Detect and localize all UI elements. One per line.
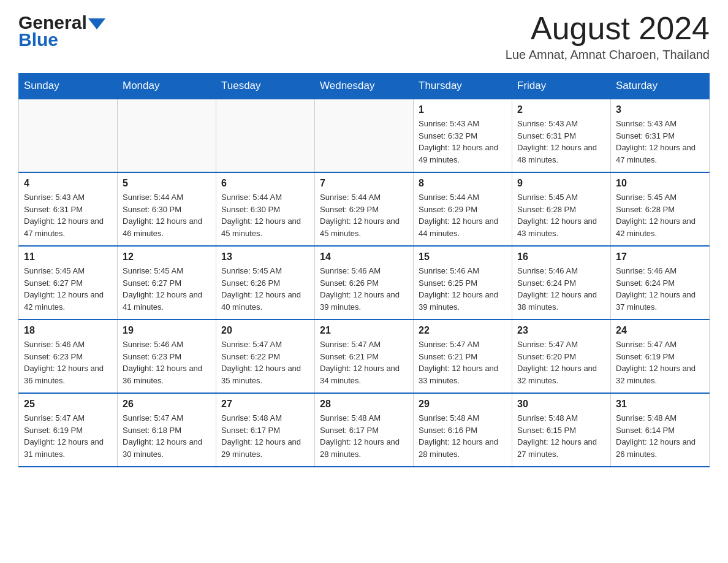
calendar-cell: 3Sunrise: 5:43 AM Sunset: 6:31 PM Daylig… — [611, 99, 710, 172]
day-info: Sunrise: 5:43 AM Sunset: 6:32 PM Dayligh… — [419, 118, 507, 166]
day-info: Sunrise: 5:44 AM Sunset: 6:29 PM Dayligh… — [320, 191, 408, 239]
day-number: 9 — [517, 178, 605, 189]
day-of-week-header: Friday — [512, 74, 611, 99]
calendar-week-row: 1Sunrise: 5:43 AM Sunset: 6:32 PM Daylig… — [19, 99, 710, 172]
day-number: 30 — [517, 399, 605, 410]
day-info: Sunrise: 5:48 AM Sunset: 6:17 PM Dayligh… — [221, 412, 309, 460]
calendar-cell: 11Sunrise: 5:45 AM Sunset: 6:27 PM Dayli… — [19, 246, 118, 320]
day-info: Sunrise: 5:47 AM Sunset: 6:21 PM Dayligh… — [320, 339, 408, 386]
day-info: Sunrise: 5:44 AM Sunset: 6:29 PM Dayligh… — [419, 191, 507, 239]
day-number: 20 — [221, 325, 309, 336]
calendar-cell: 26Sunrise: 5:47 AM Sunset: 6:18 PM Dayli… — [118, 393, 216, 467]
day-of-week-header: Monday — [118, 74, 216, 99]
calendar-cell: 5Sunrise: 5:44 AM Sunset: 6:30 PM Daylig… — [118, 172, 216, 246]
calendar-cell: 31Sunrise: 5:48 AM Sunset: 6:14 PM Dayli… — [611, 393, 710, 467]
day-number: 17 — [616, 251, 704, 262]
day-number: 4 — [24, 178, 112, 189]
calendar-cell — [315, 99, 414, 172]
day-number: 29 — [419, 399, 507, 410]
calendar-cell: 6Sunrise: 5:44 AM Sunset: 6:30 PM Daylig… — [216, 172, 315, 246]
day-info: Sunrise: 5:48 AM Sunset: 6:17 PM Dayligh… — [320, 412, 408, 460]
day-number: 7 — [320, 178, 408, 189]
calendar-cell: 8Sunrise: 5:44 AM Sunset: 6:29 PM Daylig… — [414, 172, 512, 246]
calendar-week-row: 25Sunrise: 5:47 AM Sunset: 6:19 PM Dayli… — [19, 393, 710, 467]
day-info: Sunrise: 5:44 AM Sunset: 6:30 PM Dayligh… — [123, 191, 211, 239]
day-info: Sunrise: 5:45 AM Sunset: 6:28 PM Dayligh… — [616, 191, 704, 239]
calendar-week-row: 18Sunrise: 5:46 AM Sunset: 6:23 PM Dayli… — [19, 320, 710, 393]
day-info: Sunrise: 5:46 AM Sunset: 6:24 PM Dayligh… — [616, 265, 704, 313]
calendar-cell — [216, 99, 315, 172]
day-info: Sunrise: 5:43 AM Sunset: 6:31 PM Dayligh… — [517, 118, 605, 166]
calendar-cell — [118, 99, 216, 172]
calendar-cell: 18Sunrise: 5:46 AM Sunset: 6:23 PM Dayli… — [19, 320, 118, 393]
page-header: General Blue August 2024 Lue Amnat, Amna… — [18, 12, 710, 62]
day-number: 27 — [221, 399, 309, 410]
calendar-cell: 19Sunrise: 5:46 AM Sunset: 6:23 PM Dayli… — [118, 320, 216, 393]
day-of-week-header: Thursday — [414, 74, 512, 99]
day-number: 26 — [123, 399, 211, 410]
calendar-week-row: 11Sunrise: 5:45 AM Sunset: 6:27 PM Dayli… — [19, 246, 710, 320]
day-info: Sunrise: 5:46 AM Sunset: 6:26 PM Dayligh… — [320, 265, 408, 313]
day-info: Sunrise: 5:46 AM Sunset: 6:24 PM Dayligh… — [517, 265, 605, 313]
title-area: August 2024 Lue Amnat, Amnat Charoen, Th… — [506, 12, 710, 62]
day-number: 24 — [616, 325, 704, 336]
calendar-cell: 25Sunrise: 5:47 AM Sunset: 6:19 PM Dayli… — [19, 393, 118, 467]
day-info: Sunrise: 5:46 AM Sunset: 6:23 PM Dayligh… — [24, 339, 112, 386]
day-info: Sunrise: 5:47 AM Sunset: 6:18 PM Dayligh… — [123, 412, 211, 460]
calendar-cell: 30Sunrise: 5:48 AM Sunset: 6:15 PM Dayli… — [512, 393, 611, 467]
day-number: 12 — [123, 251, 211, 262]
calendar-week-row: 4Sunrise: 5:43 AM Sunset: 6:31 PM Daylig… — [19, 172, 710, 246]
calendar-cell: 12Sunrise: 5:45 AM Sunset: 6:27 PM Dayli… — [118, 246, 216, 320]
calendar-cell: 27Sunrise: 5:48 AM Sunset: 6:17 PM Dayli… — [216, 393, 315, 467]
day-number: 14 — [320, 251, 408, 262]
calendar-cell: 14Sunrise: 5:46 AM Sunset: 6:26 PM Dayli… — [315, 246, 414, 320]
day-info: Sunrise: 5:45 AM Sunset: 6:26 PM Dayligh… — [221, 265, 309, 313]
location-subtitle: Lue Amnat, Amnat Charoen, Thailand — [506, 48, 710, 62]
day-number: 1 — [419, 104, 507, 115]
day-info: Sunrise: 5:45 AM Sunset: 6:27 PM Dayligh… — [24, 265, 112, 313]
day-info: Sunrise: 5:48 AM Sunset: 6:16 PM Dayligh… — [419, 412, 507, 460]
calendar-cell: 15Sunrise: 5:46 AM Sunset: 6:25 PM Dayli… — [414, 246, 512, 320]
day-number: 2 — [517, 104, 605, 115]
logo-arrow-icon — [88, 18, 105, 29]
calendar-cell: 9Sunrise: 5:45 AM Sunset: 6:28 PM Daylig… — [512, 172, 611, 246]
day-info: Sunrise: 5:43 AM Sunset: 6:31 PM Dayligh… — [24, 191, 112, 239]
day-number: 25 — [24, 399, 112, 410]
day-number: 16 — [517, 251, 605, 262]
day-number: 3 — [616, 104, 704, 115]
calendar-table: SundayMondayTuesdayWednesdayThursdayFrid… — [18, 73, 710, 467]
day-info: Sunrise: 5:47 AM Sunset: 6:21 PM Dayligh… — [419, 339, 507, 386]
day-number: 6 — [221, 178, 309, 189]
day-number: 10 — [616, 178, 704, 189]
day-info: Sunrise: 5:47 AM Sunset: 6:20 PM Dayligh… — [517, 339, 605, 386]
day-info: Sunrise: 5:43 AM Sunset: 6:31 PM Dayligh… — [616, 118, 704, 166]
calendar-cell: 2Sunrise: 5:43 AM Sunset: 6:31 PM Daylig… — [512, 99, 611, 172]
day-number: 19 — [123, 325, 211, 336]
logo-blue-text: Blue — [18, 29, 58, 50]
day-number: 18 — [24, 325, 112, 336]
calendar-cell: 23Sunrise: 5:47 AM Sunset: 6:20 PM Dayli… — [512, 320, 611, 393]
calendar-cell: 22Sunrise: 5:47 AM Sunset: 6:21 PM Dayli… — [414, 320, 512, 393]
day-of-week-header: Wednesday — [315, 74, 414, 99]
calendar-cell: 21Sunrise: 5:47 AM Sunset: 6:21 PM Dayli… — [315, 320, 414, 393]
calendar-cell: 1Sunrise: 5:43 AM Sunset: 6:32 PM Daylig… — [414, 99, 512, 172]
month-title: August 2024 — [506, 12, 710, 44]
day-number: 5 — [123, 178, 211, 189]
calendar-header-row: SundayMondayTuesdayWednesdayThursdayFrid… — [19, 74, 710, 99]
day-of-week-header: Saturday — [611, 74, 710, 99]
day-info: Sunrise: 5:47 AM Sunset: 6:19 PM Dayligh… — [24, 412, 112, 460]
day-info: Sunrise: 5:45 AM Sunset: 6:27 PM Dayligh… — [123, 265, 211, 313]
calendar-cell: 7Sunrise: 5:44 AM Sunset: 6:29 PM Daylig… — [315, 172, 414, 246]
calendar-cell: 10Sunrise: 5:45 AM Sunset: 6:28 PM Dayli… — [611, 172, 710, 246]
day-number: 11 — [24, 251, 112, 262]
day-info: Sunrise: 5:46 AM Sunset: 6:25 PM Dayligh… — [419, 265, 507, 313]
calendar-cell: 28Sunrise: 5:48 AM Sunset: 6:17 PM Dayli… — [315, 393, 414, 467]
day-number: 21 — [320, 325, 408, 336]
day-info: Sunrise: 5:44 AM Sunset: 6:30 PM Dayligh… — [221, 191, 309, 239]
day-number: 15 — [419, 251, 507, 262]
calendar-cell: 16Sunrise: 5:46 AM Sunset: 6:24 PM Dayli… — [512, 246, 611, 320]
day-info: Sunrise: 5:45 AM Sunset: 6:28 PM Dayligh… — [517, 191, 605, 239]
calendar-cell: 24Sunrise: 5:47 AM Sunset: 6:19 PM Dayli… — [611, 320, 710, 393]
calendar-cell — [19, 99, 118, 172]
day-number: 23 — [517, 325, 605, 336]
